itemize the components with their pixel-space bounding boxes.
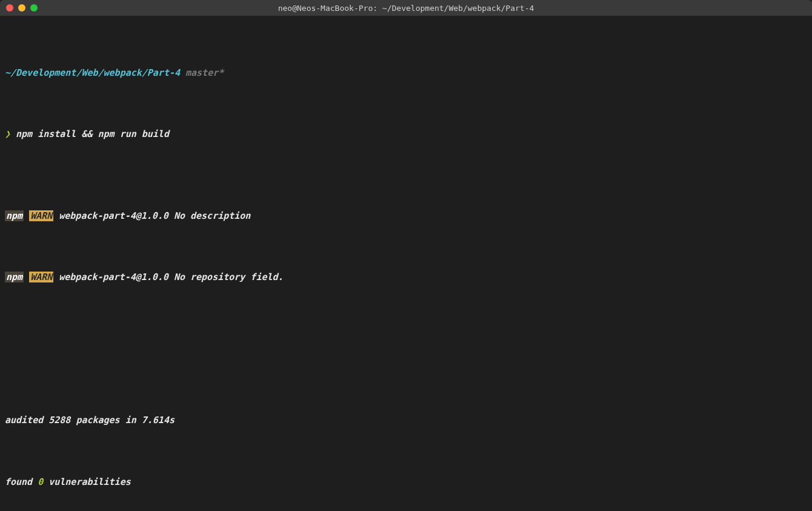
- npm-badge: npm: [5, 272, 24, 282]
- window-titlebar: neo@Neos-MacBook-Pro: ~/Development/Web/…: [0, 0, 812, 16]
- command-text: npm install && npm run build: [16, 129, 169, 139]
- warn-badge: WARN: [29, 210, 53, 221]
- blank-line: [5, 349, 807, 370]
- cwd-text: ~/Development/Web/webpack/Part-4: [5, 67, 180, 78]
- warn-badge: WARN: [29, 272, 53, 282]
- npm-badge: npm: [5, 210, 24, 221]
- warn-msg: webpack-part-4@1.0.0 No description: [53, 210, 250, 221]
- npm-warn-line: npm WARN webpack-part-4@1.0.0 No descrip…: [5, 206, 807, 227]
- terminal-output[interactable]: ~/Development/Web/webpack/Part-4 master*…: [0, 16, 812, 511]
- npm-warn-line: npm WARN webpack-part-4@1.0.0 No reposit…: [5, 267, 807, 288]
- found-suffix: vulnerabilities: [43, 476, 131, 487]
- close-icon[interactable]: [6, 4, 13, 12]
- warn-msg: webpack-part-4@1.0.0 No repository field…: [53, 272, 283, 282]
- prompt-command-line: ❯ npm install && npm run build: [5, 124, 807, 145]
- window-title: neo@Neos-MacBook-Pro: ~/Development/Web/…: [0, 4, 812, 13]
- vuln-count: 0: [38, 476, 43, 487]
- audit-vulns: found 0 vulnerabilities: [5, 472, 807, 493]
- maximize-icon[interactable]: [30, 4, 38, 12]
- git-branch: master*: [185, 67, 224, 78]
- traffic-lights: [6, 4, 38, 12]
- minimize-icon[interactable]: [18, 4, 25, 12]
- prompt-symbol: ❯: [5, 129, 10, 139]
- prompt-cwd-line: ~/Development/Web/webpack/Part-4 master*: [5, 63, 807, 84]
- audit-summary: audited 5288 packages in 7.614s: [5, 410, 807, 431]
- found-prefix: found: [5, 476, 38, 487]
